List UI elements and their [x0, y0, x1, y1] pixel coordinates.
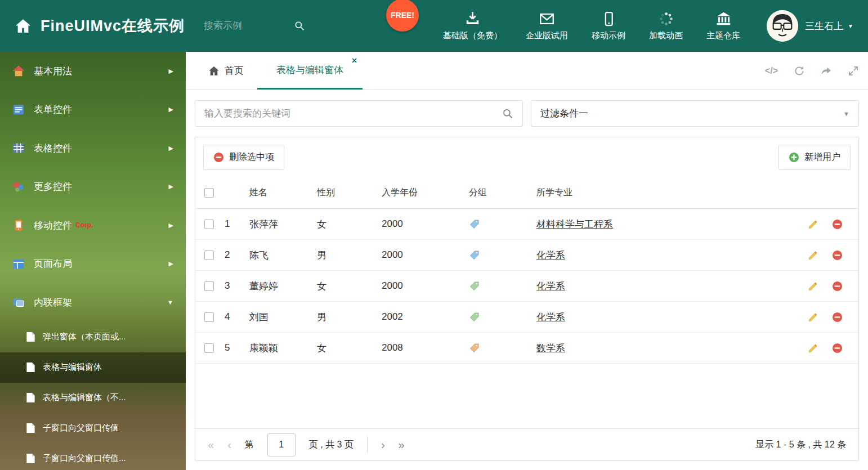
avatar	[767, 10, 798, 42]
edit-icon[interactable]	[808, 281, 818, 292]
delete-icon[interactable]	[832, 312, 843, 323]
nav-enterprise-trial[interactable]: 企业版试用	[526, 11, 568, 41]
major-link[interactable]: 化学系	[536, 250, 565, 261]
cell-year: 2000	[382, 249, 469, 261]
sidebar-item-grid-controls[interactable]: 表格控件 ▶	[0, 129, 186, 168]
nav-mobile-demo[interactable]: 移动示例	[592, 11, 625, 41]
expand-icon[interactable]	[848, 65, 859, 77]
sidebar-item-basic-usage[interactable]: 基本用法 ▶	[0, 52, 186, 91]
sidebar-subitem-child-to-parent[interactable]: 子窗口向父窗口传值	[0, 413, 186, 444]
bubbles-icon	[12, 181, 25, 193]
sidebar-subitem-grid-edit-window-2[interactable]: 表格与编辑窗体（不...	[0, 383, 186, 413]
sidebar-item-form-controls[interactable]: 表单控件 ▶	[0, 91, 186, 129]
download-icon	[465, 11, 480, 26]
table-row[interactable]: 2 陈飞 男 2000 化学系	[195, 240, 858, 271]
major-link[interactable]: 材料科学与工程系	[536, 219, 613, 230]
sidebar-item-label: 表单控件	[34, 103, 72, 116]
add-user-button[interactable]: 新增用户	[778, 145, 851, 170]
major-link[interactable]: 数学系	[536, 343, 565, 353]
page-label-suffix: 页 , 共 3 页	[309, 439, 354, 451]
user-menu[interactable]: 三生石上 ▼	[767, 10, 853, 42]
major-link[interactable]: 化学系	[536, 281, 565, 292]
chevron-right-icon: ▶	[169, 68, 173, 75]
column-header-gender: 性别	[317, 187, 382, 199]
home-icon[interactable]	[15, 17, 32, 34]
row-number: 2	[225, 249, 249, 261]
grid-panel: 删除选中项 新增用户 姓名	[195, 137, 859, 461]
header-search-input[interactable]	[204, 20, 294, 32]
table-row[interactable]: 3 董婷婷 女 2000 化学系	[195, 271, 858, 302]
sidebar-subitem-child-to-parent-2[interactable]: 子窗口向父窗口传值...	[0, 444, 186, 470]
cell-name: 董婷婷	[249, 280, 317, 293]
prev-page-button[interactable]: ‹	[227, 438, 231, 451]
cell-gender: 男	[317, 311, 382, 324]
edit-icon[interactable]	[808, 219, 818, 230]
sidebar-item-label: 页面布局	[34, 257, 72, 270]
row-checkbox[interactable]	[204, 312, 214, 322]
source-code-icon[interactable]: </>	[765, 66, 778, 76]
sidebar-item-iframe[interactable]: 内联框架 ▼	[0, 283, 186, 322]
share-icon[interactable]	[821, 65, 832, 77]
pager-divider	[367, 436, 368, 453]
sidebar-item-page-layout[interactable]: 页面布局 ▶	[0, 245, 186, 284]
tab-home[interactable]: 首页	[195, 52, 257, 89]
current-page-input[interactable]: 1	[267, 433, 296, 456]
column-header-year: 入学年份	[382, 187, 469, 199]
chevron-right-icon: ▶	[169, 260, 173, 267]
filter-dropdown-value: 过滤条件一	[540, 107, 588, 120]
header-search	[204, 20, 322, 32]
file-icon	[26, 453, 35, 464]
delete-icon[interactable]	[832, 250, 843, 261]
edit-icon[interactable]	[808, 250, 818, 261]
file-icon	[26, 362, 35, 373]
sidebar-item-more-controls[interactable]: 更多控件 ▶	[0, 168, 186, 207]
cell-name: 张萍萍	[249, 218, 317, 231]
sidebar-subitem-grid-edit-window[interactable]: 表格与编辑窗体	[0, 352, 186, 383]
table-row[interactable]: 4 刘国 男 2002 化学系	[195, 302, 858, 333]
row-checkbox[interactable]	[204, 281, 214, 291]
nav-label: 主题仓库	[706, 30, 740, 41]
refresh-icon[interactable]	[794, 65, 805, 77]
sidebar-subitem-label: 表格与编辑窗体	[43, 362, 102, 373]
first-page-button[interactable]: «	[208, 438, 214, 451]
chevron-right-icon: ▶	[169, 183, 173, 190]
sidebar-subitem-label: 表格与编辑窗体（不...	[43, 392, 126, 403]
sidebar-item-mobile-controls[interactable]: 移动控件 Corp. ▶	[0, 206, 186, 245]
home-icon	[208, 65, 220, 77]
delete-icon[interactable]	[832, 343, 843, 353]
pagination-summary: 显示 1 - 5 条 , 共 12 条	[755, 439, 846, 451]
row-checkbox[interactable]	[204, 250, 214, 260]
delete-icon[interactable]	[832, 281, 843, 292]
cell-year: 2008	[382, 342, 469, 353]
select-all-checkbox[interactable]	[204, 188, 214, 198]
row-checkbox[interactable]	[204, 220, 214, 229]
table-row[interactable]: 5 康颖颖 女 2008 数学系	[195, 333, 858, 364]
tab-grid-edit-window[interactable]: 表格与编辑窗体 ×	[257, 52, 363, 89]
close-icon[interactable]: ×	[352, 56, 357, 65]
minus-circle-icon	[213, 152, 224, 163]
sidebar-item-label: 移动控件	[34, 219, 72, 232]
pagination-bar: « ‹ 第 1 页 , 共 3 页 › » 显示 1 - 5 条 , 共 12 …	[195, 428, 858, 460]
search-icon[interactable]	[502, 108, 513, 119]
edit-icon[interactable]	[808, 343, 818, 353]
cell-year: 2000	[382, 218, 469, 230]
delete-selected-button[interactable]: 删除选中项	[203, 145, 284, 170]
keyword-search-input[interactable]	[204, 108, 502, 119]
file-icon	[26, 423, 35, 433]
nav-basic-free[interactable]: 基础版（免费）	[443, 11, 502, 41]
next-page-button[interactable]: ›	[381, 438, 385, 451]
table-row[interactable]: 1 张萍萍 女 2000 材料科学与工程系	[195, 209, 858, 240]
layout-icon	[12, 258, 25, 270]
edit-icon[interactable]	[808, 312, 818, 323]
major-link[interactable]: 化学系	[536, 312, 565, 323]
file-icon	[26, 332, 35, 342]
nav-loading-animation[interactable]: 加载动画	[649, 11, 683, 41]
cell-year: 2002	[382, 311, 469, 323]
last-page-button[interactable]: »	[399, 438, 405, 451]
delete-icon[interactable]	[832, 219, 843, 230]
row-checkbox[interactable]	[204, 343, 214, 353]
filter-dropdown[interactable]: 过滤条件一 ▼	[531, 100, 859, 127]
nav-theme-repo[interactable]: 主题仓库	[706, 11, 740, 41]
sidebar-subitem-popup-window[interactable]: 弹出窗体（本页面或...	[0, 322, 186, 352]
search-icon[interactable]	[294, 20, 305, 32]
